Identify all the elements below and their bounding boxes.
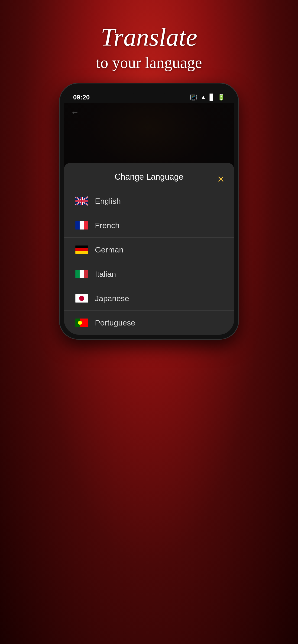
list-item[interactable]: Italian: [64, 262, 234, 286]
signal-icon: ▊: [210, 94, 214, 101]
modal-overlay: Change Language ✕: [64, 103, 234, 335]
japanese-flag-icon: [75, 294, 88, 303]
modal-header: Change Language ✕: [64, 170, 234, 189]
portuguese-flag-icon: [75, 318, 88, 327]
list-item[interactable]: Japanese: [64, 286, 234, 311]
language-label-italian: Italian: [95, 270, 116, 279]
modal-close-button[interactable]: ✕: [217, 174, 225, 185]
hero-title: Translate: [0, 23, 298, 51]
italian-flag-icon: [75, 270, 88, 279]
german-flag-icon: [75, 245, 88, 254]
french-flag-icon: [75, 221, 88, 230]
screen-content: ← 4 ✦ 💧 ☯ 🔥 🌿 The Ur-Dragon Legendary Cr…: [64, 103, 234, 335]
list-item[interactable]: German: [64, 238, 234, 262]
status-icons: 📳 ▲ ▊ 🔋: [190, 94, 225, 101]
vibrate-icon: 📳: [190, 94, 197, 101]
svg-rect-22: [75, 248, 88, 251]
svg-rect-25: [80, 270, 84, 278]
battery-icon: 🔋: [217, 94, 225, 101]
english-flag-icon: [75, 196, 88, 206]
language-label-english: English: [95, 196, 121, 206]
svg-point-28: [79, 296, 84, 301]
list-item[interactable]: English: [64, 189, 234, 213]
phone-screen: 09:20 📳 ▲ ▊ 🔋 ← 4 ✦: [64, 88, 234, 335]
status-time: 09:20: [73, 94, 90, 101]
svg-rect-24: [75, 270, 80, 278]
svg-rect-23: [75, 251, 88, 254]
svg-rect-20: [84, 221, 88, 230]
hero-section: Translate to your language: [0, 23, 298, 72]
language-label-german: German: [95, 245, 123, 254]
modal-title: Change Language: [115, 172, 183, 182]
phone-notch: [133, 88, 165, 97]
wifi-icon: ▲: [200, 94, 206, 101]
list-item[interactable]: Portuguese: [64, 311, 234, 335]
language-list: English French: [64, 189, 234, 335]
language-label-french: French: [95, 221, 120, 230]
hero-subtitle: to your language: [0, 54, 298, 72]
svg-rect-19: [80, 221, 84, 230]
svg-point-31: [78, 320, 82, 325]
language-label-portuguese: Portuguese: [95, 318, 135, 327]
phone-outer: 09:20 📳 ▲ ▊ 🔋 ← 4 ✦: [60, 84, 238, 339]
list-item[interactable]: French: [64, 213, 234, 238]
language-label-japanese: Japanese: [95, 294, 129, 303]
phone-mockup: 09:20 📳 ▲ ▊ 🔋 ← 4 ✦: [60, 84, 238, 339]
svg-rect-18: [75, 221, 80, 230]
svg-rect-26: [84, 270, 88, 278]
change-language-modal: Change Language ✕: [64, 163, 234, 335]
svg-rect-21: [75, 246, 88, 248]
